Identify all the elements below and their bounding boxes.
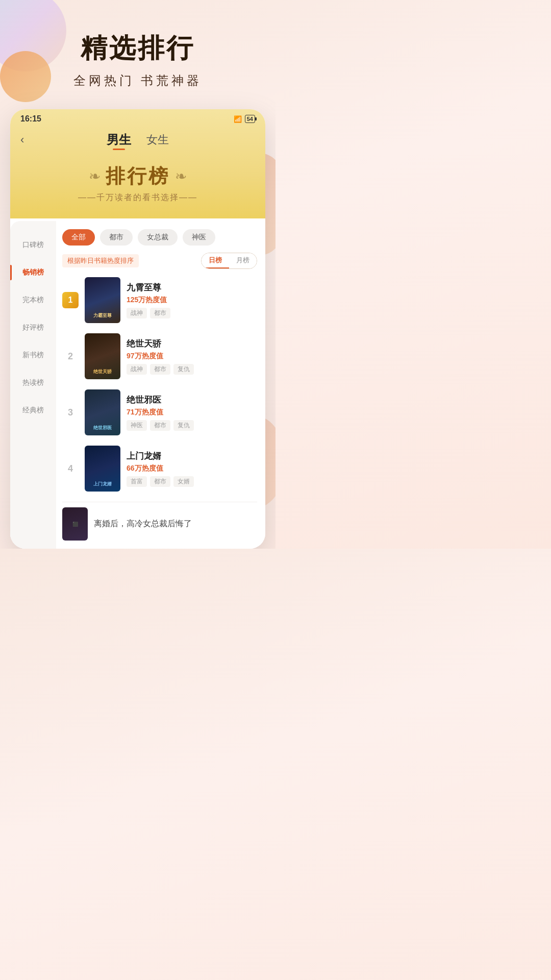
book-heat-4: 66万热度值: [127, 464, 257, 473]
leaf-right-icon: ❧: [175, 168, 187, 185]
sidebar: 口碑榜 畅销榜 完本榜 好评榜 新书榜 热读榜 经典榜: [10, 221, 56, 549]
book-tag-4-0: 首富: [127, 476, 147, 487]
book-name-3: 绝世邪医: [127, 394, 257, 406]
sort-tabs: 日榜 月榜: [201, 253, 257, 269]
sort-tab-monthly[interactable]: 月榜: [229, 253, 257, 268]
book-tag-4-1: 都市: [150, 476, 170, 487]
tab-male[interactable]: 男生: [107, 132, 131, 148]
rank-number-4: 4: [68, 463, 73, 474]
content-area: 口碑榜 畅销榜 完本榜 好评榜 新书榜 热读榜 经典榜: [10, 221, 265, 549]
book-tag-2-0: 战神: [127, 364, 147, 375]
sidebar-item-haopingbang[interactable]: 好评榜: [10, 314, 56, 341]
book-info-2: 绝世天骄 97万热度值 战神 都市 复仇: [127, 338, 257, 375]
book-tags-2: 战神 都市 复仇: [127, 364, 257, 375]
book-tag-3-2: 复仇: [173, 420, 194, 431]
last-preview[interactable]: ⬛ 离婚后，高冷女总裁后悔了: [62, 502, 257, 541]
phone-mockup: 16:15 📶 54 ‹ 男生 女生 ❧ 排行榜 ❧ ——千万读者的看书选择——: [10, 109, 265, 549]
filter-all[interactable]: 全部: [62, 229, 95, 246]
wifi-icon: 📶: [234, 115, 242, 123]
book-tag-3-1: 都市: [150, 420, 170, 431]
back-button[interactable]: ‹: [20, 133, 24, 146]
banner: ❧ 排行榜 ❧ ——千万读者的看书选择——: [10, 153, 265, 208]
filter-dushi[interactable]: 都市: [100, 229, 133, 246]
filter-row: 全部 都市 女总裁 神医: [62, 229, 257, 246]
filter-shenyi[interactable]: 神医: [183, 229, 215, 246]
book-item-2[interactable]: 2 绝世天骄 97万热度值 战神 都市 复仇: [62, 333, 257, 379]
book-name-4: 上门龙婿: [127, 450, 257, 462]
rank-number-3: 3: [68, 407, 73, 418]
rank-badge-1: 1: [62, 292, 79, 308]
rank-badge-2: 2: [62, 351, 79, 362]
book-name-2: 绝世天骄: [127, 338, 257, 350]
book-info-4: 上门龙婿 66万热度值 首富 都市 女婿: [127, 450, 257, 487]
book-heat-3: 71万热度值: [127, 408, 257, 417]
rank-number-1: 1: [62, 292, 79, 308]
sort-hint: 根据昨日书籍热度排序: [62, 254, 139, 267]
book-heat-2: 97万热度值: [127, 352, 257, 361]
sort-tab-daily[interactable]: 日榜: [202, 253, 229, 268]
book-info-3: 绝世邪医 71万热度值 神医 都市 复仇: [127, 394, 257, 431]
tab-female[interactable]: 女生: [146, 132, 169, 148]
hero-subtitle: 全网热门 书荒神器: [20, 72, 255, 89]
book-tags-4: 首富 都市 女婿: [127, 476, 257, 487]
sidebar-item-reudubang[interactable]: 热读榜: [10, 369, 56, 397]
main-content: 全部 都市 女总裁 神医 根据昨日书籍热度排序 日榜 月榜 1: [56, 221, 265, 549]
hero-title: 精选排行: [20, 31, 255, 66]
status-bar: 16:15 📶 54: [10, 109, 265, 127]
rank-number-2: 2: [68, 351, 73, 361]
status-icons: 📶 54: [234, 115, 255, 123]
battery-icon: 54: [245, 115, 255, 123]
sidebar-item-koubeibang[interactable]: 口碑榜: [10, 231, 56, 259]
book-info-1: 九霄至尊 125万热度值 战神 都市: [127, 282, 257, 318]
book-item-4[interactable]: 4 上门龙婿 66万热度值 首富 都市 女婿: [62, 446, 257, 492]
sidebar-item-wanbenbang[interactable]: 完本榜: [10, 286, 56, 314]
filter-nüzongjie[interactable]: 女总裁: [138, 229, 178, 246]
book-name-1: 九霄至尊: [127, 282, 257, 293]
book-tag-4-2: 女婿: [173, 476, 194, 487]
book-tag-1-0: 战神: [127, 308, 147, 318]
phone-header: 16:15 📶 54 ‹ 男生 女生 ❧ 排行榜 ❧ ——千万读者的看书选择——: [10, 109, 265, 218]
banner-title: 排行榜: [106, 163, 170, 189]
sidebar-item-changxiaobang[interactable]: 畅销榜: [10, 259, 56, 286]
book-cover-4: [85, 446, 120, 492]
book-tag-2-1: 都市: [150, 364, 170, 375]
book-tag-1-1: 都市: [150, 308, 170, 318]
rank-badge-3: 3: [62, 407, 79, 418]
book-item-3[interactable]: 3 绝世邪医 71万热度值 神医 都市 复仇: [62, 389, 257, 435]
last-preview-text: 离婚后，高冷女总裁后悔了: [94, 519, 257, 529]
sidebar-item-xinshubang[interactable]: 新书榜: [10, 341, 56, 369]
banner-main: ❧ 排行榜 ❧: [20, 163, 255, 189]
book-tag-2-2: 复仇: [173, 364, 194, 375]
book-heat-1: 125万热度值: [127, 296, 257, 305]
book-cover-3: [85, 389, 120, 435]
rank-badge-4: 4: [62, 463, 79, 474]
book-cover-1: [85, 277, 120, 323]
sidebar-item-dianjingbang[interactable]: 经典榜: [10, 397, 56, 424]
book-cover-2: [85, 333, 120, 379]
sort-row: 根据昨日书籍热度排序 日榜 月榜: [62, 253, 257, 269]
status-time: 16:15: [20, 114, 41, 124]
leaf-left-icon: ❧: [89, 168, 101, 185]
book-tags-3: 神医 都市 复仇: [127, 420, 257, 431]
banner-desc: ——千万读者的看书选择——: [20, 192, 255, 203]
book-item-1[interactable]: 1 九霄至尊 125万热度值 战神 都市: [62, 277, 257, 323]
last-preview-cover: ⬛: [62, 507, 88, 541]
book-tag-3-0: 神医: [127, 420, 147, 431]
book-tags-1: 战神 都市: [127, 308, 257, 318]
nav-tabs: 男生 女生: [107, 132, 169, 148]
hero-section: 精选排行 全网热门 书荒神器: [0, 0, 276, 104]
nav-bar: ‹ 男生 女生: [10, 127, 265, 153]
